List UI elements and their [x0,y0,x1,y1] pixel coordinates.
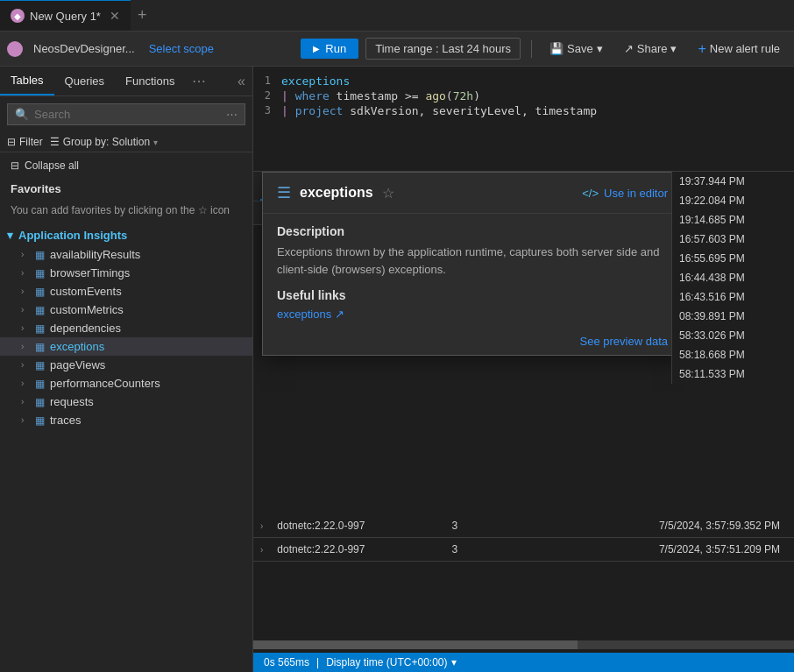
main-layout: Tables Queries Functions ⋯ « 🔍 ⋯ ⊟ Filte… [0,67,794,672]
popup-star-icon[interactable]: ☆ [382,185,394,202]
search-options-icon[interactable]: ⋯ [226,108,237,121]
display-time-label: Display time (UTC+00:00) [326,656,447,668]
code-token: timestamp >= [330,89,426,103]
share-label: Share [637,42,668,55]
table-icon: ▦ [35,359,45,371]
tree-item-pageViews[interactable]: › ▦ pageViews [0,356,252,374]
sidebar-more-icon[interactable]: ⋯ [185,73,213,89]
group-by-button[interactable]: ☰ Group by: Solution ▾ [50,136,158,148]
save-chevron-icon: ▾ [597,42,603,55]
tab-new-query-1[interactable]: ◆ New Query 1* ✕ [0,0,131,31]
sdk-version-cell: dotnetc:2.22.0-997 [270,543,444,555]
favorites-hint: You can add favorites by clicking on the… [0,199,252,225]
horizontal-scrollbar[interactable] [253,640,794,649]
timestamp-row: 08:39.891 PM [672,307,794,326]
description-title: Description [277,224,668,238]
tree-item-customEvents[interactable]: › ▦ customEvents [0,282,252,301]
tab-icon: ◆ [11,9,25,23]
line-number: 2 [253,89,281,103]
toolbar: NeosDevDesigner... Select scope Run Time… [0,32,794,67]
sidebar-tree: ⊟ Collapse all Favorites You can add fav… [0,152,252,672]
editor-line-2: 2 | where timestamp >= ago(72h) [253,88,794,103]
tree-item-exceptions[interactable]: › ▦ exceptions [0,337,252,356]
line-number: 3 [253,104,281,117]
sort-icon: ↑↓ [762,207,773,219]
group-by-chevron-icon: ▾ [153,138,158,147]
time-range-button[interactable]: Time range : Last 24 hours [365,38,521,60]
tree-item-browserTimings[interactable]: › ▦ browserTimings [0,264,252,282]
search-input[interactable] [34,108,221,121]
section-expand-icon: ▾ [7,229,13,242]
tree-item-performanceCounters[interactable]: › ▦ performanceCounters [0,374,252,393]
useful-links-title: Useful links [277,288,668,302]
sidebar-collapse-icon[interactable]: « [230,74,252,89]
expand-icon: › [21,323,32,333]
sidebar-tab-functions[interactable]: Functions [115,67,185,95]
share-chevron-icon: ▾ [670,42,677,55]
timestamp-row: 16:57.603 PM [672,230,794,249]
scroll-thumb[interactable] [253,640,578,649]
popup-description: Description Exceptions thrown by the app… [263,214,682,288]
row-expand-icon[interactable]: › [253,521,270,531]
code-token: ) [473,89,480,103]
sidebar-tab-queries[interactable]: Queries [54,67,116,95]
display-time-button[interactable]: Display time (UTC+00:00) ▾ [326,656,456,668]
timestamp-row: 16:43.516 PM [672,287,794,307]
row-expand-icon[interactable]: › [253,545,270,555]
tree-item-dependencies[interactable]: › ▦ dependencies [0,319,252,337]
line-content: | where timestamp >= ago(72h) [281,89,480,103]
code-editor[interactable]: 1 exceptions 2 | where timestamp >= ago(… [253,67,794,172]
new-tab-button[interactable]: + [131,6,154,25]
expand-icon: › [21,286,32,296]
table-icon: ▦ [35,322,45,335]
search-box: 🔍 ⋯ [7,103,245,125]
timestamp-cell: 7/5/2024, 3:57:59.352 PM [620,520,794,532]
group-icon: ☰ [50,136,60,148]
popup-table-name: exceptions [300,185,373,201]
exceptions-link[interactable]: exceptions ↗ [277,308,668,321]
sidebar: Tables Queries Functions ⋯ « 🔍 ⋯ ⊟ Filte… [0,67,253,672]
data-rows: › dotnetc:2.22.0-997 3 7/5/2024, 3:57:59… [253,514,794,637]
run-button[interactable]: Run [301,39,358,59]
expand-icon: › [21,342,32,351]
filter-button[interactable]: ⊟ Filter [7,136,43,148]
sdk-version-cell: dotnetc:2.22.0-997 [270,520,444,532]
tab-bar: ◆ New Query 1* ✕ + [0,0,794,32]
expand-icon: › [21,397,32,407]
collapse-all-button[interactable]: ⊟ Collapse all [0,156,252,175]
exceptions-popup: ☰ exceptions ☆ </> Use in editor Descrip… [262,172,683,356]
select-scope-button[interactable]: Select scope [142,42,221,55]
tree-item-availabilityResults[interactable]: › ▦ availabilityResults [0,245,252,264]
new-alert-rule-button[interactable]: New alert rule [691,38,787,60]
tree-item-traces[interactable]: › ▦ traces [0,411,252,429]
tab-close-icon[interactable]: ✕ [110,9,120,23]
tree-item-customMetrics[interactable]: › ▦ customMetrics [0,301,252,319]
favorites-header: Favorites [0,175,252,199]
table-icon: ▦ [35,286,45,298]
share-button[interactable]: ↗ Share ▾ [617,39,684,59]
use-in-editor-button[interactable]: </> Use in editor [582,187,668,200]
table-label: customMetrics [50,303,124,316]
filter-label: Filter [19,136,43,148]
app-insights-section[interactable]: ▾ Application Insights [0,225,252,245]
collapse-all-label: Collapse all [25,159,79,172]
code-token: | [281,89,295,103]
status-bar: 0s 565ms | Display time (UTC+00:00) ▾ [253,653,794,672]
save-button[interactable]: 💾 Save ▾ [542,39,610,59]
code-token: ( [446,89,453,103]
content-area: 1 exceptions 2 | where timestamp >= ago(… [253,67,794,672]
tree-item-requests[interactable]: › ▦ requests [0,393,252,411]
workspace-icon [7,41,23,57]
see-preview-data-button[interactable]: See preview data [580,335,668,348]
popup-header: ☰ exceptions ☆ </> Use in editor [263,173,682,214]
popup-table-icon: ☰ [277,183,291,202]
popup-title-row: ☰ exceptions ☆ [277,183,394,202]
group-by-label: Group by: Solution [63,136,150,148]
filter-icon: ⊟ [7,136,16,148]
table-label: customEvents [50,285,122,298]
sidebar-tabs: Tables Queries Functions ⋯ « [0,67,252,96]
sidebar-tab-tables[interactable]: Tables [0,67,54,95]
table-row[interactable]: › dotnetc:2.22.0-997 3 7/5/2024, 3:57:51… [253,538,794,562]
table-label: exceptions [50,340,104,353]
table-row[interactable]: › dotnetc:2.22.0-997 3 7/5/2024, 3:57:59… [253,514,794,538]
